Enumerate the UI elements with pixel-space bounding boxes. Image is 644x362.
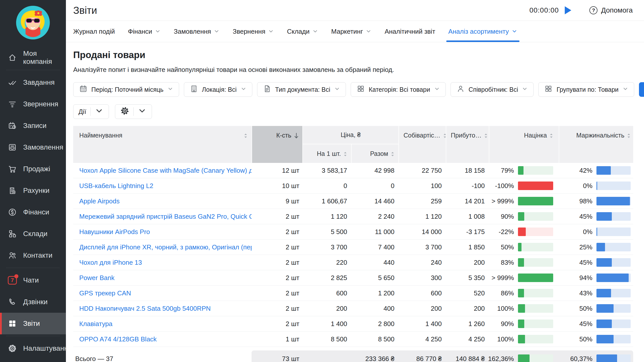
column-header-total[interactable]: Разом <box>351 144 398 163</box>
sidebar-item-coin[interactable]: Фінанси <box>0 201 66 223</box>
user-avatar[interactable] <box>0 0 66 47</box>
app-window: Моя компаніяЗавданняЗверненняЗаписиЗамов… <box>0 0 644 362</box>
column-header-qty-sorted[interactable]: К-сть <box>252 126 303 163</box>
sidebar: Моя компаніяЗавданняЗверненняЗаписиЗамов… <box>0 0 66 362</box>
sidebar-item-phone[interactable]: Дзвінки <box>0 291 66 313</box>
markup-bar <box>518 228 553 236</box>
sidebar-item-gear[interactable]: Налаштування <box>0 338 66 359</box>
sidebar-item-people[interactable]: Контакти <box>0 245 66 266</box>
chevron-down-icon <box>334 86 340 93</box>
filter-grid4-5[interactable]: Групувати по: Товари <box>538 82 634 97</box>
tab-8[interactable]: Аналіз асортименту <box>448 21 517 42</box>
profit-cell: 14 201 <box>446 197 489 205</box>
margin-bar <box>596 228 631 236</box>
timer-play-button[interactable] <box>565 6 571 14</box>
qty-cell: 2 шт <box>252 259 303 266</box>
sidebar-item-label: Звернення <box>23 100 58 108</box>
sidebar-item-label: Налаштування <box>23 344 72 352</box>
sort-icon <box>244 132 248 139</box>
sidebar-item-check[interactable]: Завдання <box>0 72 66 93</box>
tab-4[interactable]: Звернення <box>233 21 274 42</box>
sidebar-item-org[interactable]: Склади <box>0 223 66 245</box>
chevron-down-icon <box>511 28 517 36</box>
topbar: Звіти 00:00:00 ? Допомога <box>66 0 644 21</box>
sidebar-item-grid[interactable]: Звіти <box>0 313 66 334</box>
column-header-name[interactable]: Найменування <box>73 126 252 163</box>
section-subtitle: Аналізуйте попит і визначайте найпопуляр… <box>73 66 633 74</box>
chevron-down-icon[interactable] <box>138 106 147 117</box>
actions-button[interactable]: Дії <box>73 104 109 119</box>
product-link[interactable]: Чохол для iPhone 13 <box>73 259 252 266</box>
tab-label: Фінанси <box>128 28 152 35</box>
org-icon <box>8 229 17 239</box>
filter-doc-2[interactable]: Тип документа: Всі <box>257 82 346 97</box>
sidebar-item-receipt[interactable]: Рахунки <box>0 180 66 201</box>
column-header-margin[interactable]: Маржинальність <box>559 126 633 163</box>
margin-bar <box>596 289 631 297</box>
tab-2[interactable]: Фінанси <box>128 21 161 42</box>
product-link[interactable]: Клавіатура <box>73 320 252 328</box>
product-link[interactable]: GPS трекер CAN <box>73 289 252 297</box>
product-link[interactable]: Apple Airpods <box>73 197 252 205</box>
qty-cell: 9 шт <box>252 197 303 205</box>
divider <box>90 107 91 116</box>
product-link[interactable]: HDD Накопичувач 2.5 Sata 500gb 5400RPN <box>73 305 252 312</box>
margin-bar <box>596 274 631 282</box>
product-link[interactable]: Чохол Apple Silicone Case with MagSafe (… <box>73 167 252 174</box>
action-bar: Дії <box>73 104 633 119</box>
cost-cell: 1 400 <box>398 320 446 328</box>
qty-cell: 2 шт <box>252 243 303 251</box>
column-header-unit-price[interactable]: На 1 шт. <box>303 144 351 163</box>
home-icon <box>8 53 17 62</box>
product-link[interactable]: USB-кабель Lightning L2 <box>73 182 252 190</box>
sidebar-item-cart[interactable]: Продажі <box>0 158 66 180</box>
tab-5[interactable]: Склади <box>287 21 318 42</box>
sidebar-item-inbox[interactable]: Замовлення <box>0 137 66 158</box>
qty-cell: 2 шт <box>252 305 303 312</box>
sidebar-item-label: Фінанси <box>23 208 49 216</box>
column-header-profit[interactable]: Прибуто… <box>446 126 489 163</box>
tab-3[interactable]: Замовлення <box>174 21 220 42</box>
table-body: Чохол Apple Silicone Case with MagSafe (… <box>73 163 633 347</box>
product-link[interactable]: OPPO A74 4/128GB Black <box>73 335 252 343</box>
tab-6[interactable]: Маркетинг <box>331 21 372 42</box>
help-button[interactable]: ? Допомога <box>589 6 633 14</box>
margin-bar <box>596 258 631 267</box>
sidebar-item-chat[interactable]: 7Чати <box>0 269 66 291</box>
column-header-markup[interactable]: Націнка <box>489 126 559 163</box>
check-icon <box>8 78 17 87</box>
table-settings-button[interactable] <box>115 104 152 119</box>
tab-7[interactable]: Аналітичний звіт <box>385 21 435 42</box>
filter-person-4[interactable]: Співробітник: Всі <box>451 82 534 97</box>
chevron-down-icon <box>240 86 247 93</box>
sidebar-item-label: Чати <box>23 276 39 284</box>
sidebar-item-label: Контакти <box>23 251 52 259</box>
profit-cell: 200 <box>446 259 489 266</box>
markup-cell: > 999% <box>489 197 559 205</box>
product-link[interactable]: Power Bank <box>73 274 252 282</box>
filter-building-1[interactable]: Локація: Всі <box>184 82 252 97</box>
sidebar-item-funnel[interactable]: Звернення <box>0 93 66 115</box>
markup-bar <box>518 320 553 328</box>
total-cell: 2 240 <box>351 213 398 220</box>
column-header-cost[interactable]: Собівартіс… <box>398 126 446 163</box>
sidebar-item-calendar-clock[interactable]: Записи <box>0 115 66 137</box>
tab-1[interactable]: Журнал подій <box>73 21 115 42</box>
filter-grid4-3[interactable]: Категорія: Всі товари <box>351 82 446 97</box>
product-link[interactable]: Мережевий зарядний пристрій Baseus GaN2 … <box>73 213 252 220</box>
footer-margin-bar <box>596 354 631 362</box>
section-title: Продані товари <box>73 50 633 60</box>
sidebar-item-home[interactable]: Моя компанія <box>0 47 66 68</box>
product-link[interactable]: Навушники AirPods Pro <box>73 228 252 236</box>
filter-calendar-0[interactable]: Період: Поточний місяць <box>73 82 179 97</box>
markup-cell: 79% <box>489 166 559 175</box>
profit-cell: 1 850 <box>446 243 489 251</box>
apply-button[interactable]: Застосувати <box>639 82 644 97</box>
sidebar-item-label: Дзвінки <box>23 298 48 306</box>
unit-price-cell: 1 400 <box>303 320 351 328</box>
product-link[interactable]: Дисплей для iPhone XR, чорний, з рамкою,… <box>73 243 252 251</box>
sidebar-item-label: Склади <box>23 230 48 238</box>
cost-cell: 300 <box>398 274 446 282</box>
chevron-down-icon[interactable] <box>95 106 104 117</box>
building-icon <box>190 84 198 95</box>
